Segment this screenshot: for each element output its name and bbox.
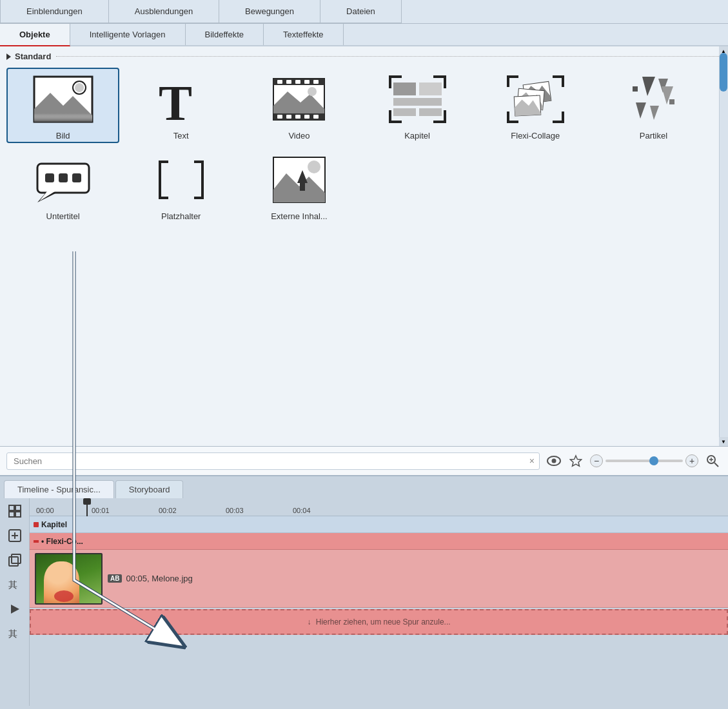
flexi-track-indicator (34, 540, 39, 543)
tab-einblendungen[interactable]: Einblendungen (0, 0, 109, 23)
timeline-tracks: Kapitel • Flexi-Co... (30, 516, 728, 706)
section-header: Standard (6, 52, 722, 61)
scrollbar-track: ▲ ▼ (719, 46, 728, 446)
svg-rect-9 (277, 80, 282, 84)
object-bild[interactable]: Bild (6, 68, 119, 143)
tl-tool-multilang[interactable]: 其 (5, 574, 25, 595)
zoom-icon[interactable] (703, 452, 722, 470)
zoom-slider-thumb[interactable] (649, 456, 658, 465)
svg-rect-63 (159, 197, 168, 199)
drop-zone[interactable]: ↓ Hierher ziehen, um neue Spur anzule... (30, 609, 728, 635)
svg-rect-86 (9, 557, 18, 566)
ruler-mark-2: 00:02 (159, 507, 177, 514)
svg-rect-58 (72, 173, 81, 182)
bild-icon (28, 70, 99, 128)
ruler-mark-1: 00:01 (92, 507, 110, 514)
collapse-triangle-icon[interactable] (6, 53, 11, 60)
tab-bildeffekte[interactable]: Bildeffekte (186, 24, 264, 45)
flexi-track: • Flexi-Co... (30, 533, 728, 550)
svg-rect-15 (286, 115, 291, 119)
media-filename: 00:05, Melone.jpg (126, 574, 192, 583)
drop-arrow-icon: ↓ (307, 617, 311, 626)
media-track[interactable]: AB 00:05, Melone.jpg (30, 550, 728, 608)
kapitel-track-label: Kapitel (41, 520, 67, 529)
object-partikel[interactable]: Partikel (597, 68, 710, 143)
svg-rect-51 (633, 86, 638, 92)
svg-point-3 (75, 83, 84, 92)
star-icon[interactable] (567, 452, 585, 470)
svg-rect-41 (562, 112, 564, 123)
tl-tool-grid[interactable] (5, 501, 25, 521)
svg-rect-65 (201, 160, 204, 199)
svg-marker-53 (636, 102, 646, 119)
svg-rect-87 (12, 554, 21, 563)
svg-rect-32 (393, 108, 416, 116)
zoom-plus-button[interactable]: + (685, 454, 698, 467)
search-input[interactable] (6, 452, 540, 470)
zoom-minus-button[interactable]: − (590, 454, 603, 467)
svg-rect-18 (313, 115, 319, 119)
section-title: Standard (15, 52, 51, 61)
object-platzhalter[interactable]: Platzhalter (124, 148, 237, 224)
scrollbar-thumb[interactable] (720, 53, 727, 92)
tab-objekte[interactable]: Objekte (0, 24, 70, 46)
svg-rect-81 (9, 512, 14, 517)
timeline-tab-storyboard[interactable]: Storyboard (115, 480, 184, 498)
flexi-collage-label: Flexi-Collage (511, 131, 560, 141)
svg-text:其: 其 (8, 580, 17, 590)
svg-rect-79 (9, 505, 14, 510)
partikel-icon (618, 70, 689, 128)
svg-point-69 (308, 160, 320, 173)
ruler-mark-3: 00:03 (226, 507, 244, 514)
bild-label: Bild (56, 131, 70, 141)
svg-rect-29 (393, 83, 416, 95)
svg-line-76 (714, 463, 718, 467)
tab-texteffekte[interactable]: Texteffekte (264, 24, 344, 45)
timeline-tab-spuransicht[interactable]: Timeline - Spuransic... (4, 480, 114, 498)
svg-point-73 (552, 459, 556, 463)
search-icons-group (545, 452, 585, 470)
svg-rect-56 (45, 173, 54, 182)
search-clear-icon[interactable]: × (529, 456, 535, 466)
svg-rect-33 (419, 108, 442, 116)
object-kapitel[interactable]: Kapitel (361, 68, 474, 143)
tl-tool-play[interactable] (5, 599, 25, 619)
timeline-toolbar: 其 其 (0, 498, 30, 706)
object-untertitel[interactable]: Untertitel (6, 148, 119, 224)
flexi-collage-icon (500, 70, 571, 128)
platzhalter-icon (146, 151, 217, 209)
object-video[interactable]: Video (242, 68, 355, 143)
tl-tool-duplicate[interactable] (5, 550, 25, 570)
svg-rect-13 (313, 80, 319, 84)
zoom-slider-track[interactable] (605, 460, 683, 462)
externe-inhalte-label: Externe Inhal... (271, 211, 327, 221)
svg-rect-39 (507, 112, 509, 123)
scrollbar-down-arrow[interactable]: ▼ (719, 437, 728, 446)
svg-text:其: 其 (8, 629, 17, 639)
kapitel-label: Kapitel (404, 131, 430, 141)
tl-tool-add[interactable] (5, 525, 25, 546)
svg-marker-74 (571, 456, 582, 466)
tab-intelligente-vorlagen[interactable]: Intelligente Vorlagen (70, 24, 186, 45)
tab-ausblendungen[interactable]: Ausblendungen (109, 0, 219, 23)
object-text[interactable]: T Text (124, 68, 237, 143)
svg-rect-52 (669, 99, 674, 104)
tab-bewegungen[interactable]: Bewegungen (219, 0, 320, 23)
eye-icon[interactable] (545, 452, 563, 470)
objects-grid-row2: Untertitel Platzhalter (6, 148, 722, 224)
timeline-main: 00:00 00:01 00:02 00:03 00:04 Kapitel • … (30, 498, 728, 706)
flexi-track-label: • Flexi-Co... (41, 537, 83, 546)
svg-rect-14 (277, 115, 282, 119)
timeline-body: 其 其 00:00 00:01 (0, 498, 728, 706)
main-objects-panel: Standard (0, 46, 728, 446)
partikel-label: Partikel (640, 131, 667, 141)
ruler-mark-4: 00:04 (293, 507, 311, 514)
tab-dateien[interactable]: Dateien (320, 0, 402, 23)
svg-rect-71 (300, 182, 305, 191)
video-icon (264, 70, 335, 128)
timeline-ruler: 00:00 00:01 00:02 00:03 00:04 (30, 498, 728, 516)
object-externe-inhalte[interactable]: Externe Inhal... (242, 148, 355, 224)
object-flexi-collage[interactable]: Flexi-Collage (479, 68, 592, 143)
tl-tool-settings[interactable]: 其 (5, 623, 25, 644)
svg-text:T: T (159, 75, 192, 125)
